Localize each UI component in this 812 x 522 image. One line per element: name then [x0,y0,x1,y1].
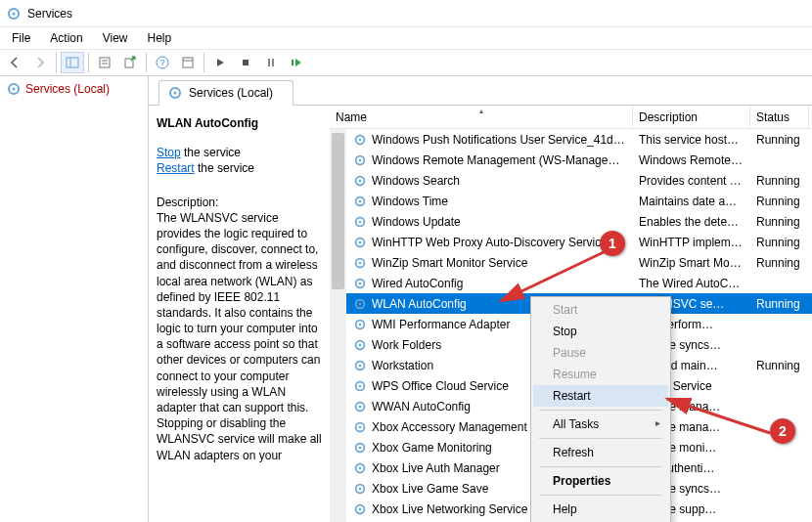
sort-indicator-icon: ▴ [479,107,483,115]
gear-icon [352,460,368,476]
back-button[interactable] [3,52,26,73]
service-row[interactable]: Windows Remote Management (WS-Managem…Wi… [346,150,812,170]
svg-point-17 [13,88,16,91]
service-name: Wired AutoConfig [372,277,463,290]
service-row[interactable]: WinZip Smart Monitor ServiceWinZip Smart… [346,252,812,273]
service-row[interactable]: Windows Push Notifications User Service_… [346,129,812,150]
gear-icon [352,399,368,414]
menu-action[interactable]: Action [40,29,92,47]
tab-strip: Services (Local) [149,76,812,106]
column-name[interactable]: Name ▴ [330,106,633,128]
service-row[interactable]: Wired AutoConfigThe Wired AutoC… [346,273,812,293]
service-row[interactable]: Windows SearchProvides content …Running [346,170,812,191]
menu-file[interactable]: File [2,29,40,47]
tab-services-local[interactable]: Services (Local) [158,80,293,106]
separator [539,410,662,411]
start-service-button[interactable] [208,52,232,73]
service-name: Windows Search [372,174,460,188]
service-description: WinHTTP implem… [633,236,750,249]
service-status: Running [750,195,809,208]
restart-service-button[interactable] [285,52,308,73]
separator [203,53,204,72]
svg-rect-15 [292,60,293,65]
service-name: WPS Office Cloud Service [372,379,509,393]
forward-button[interactable] [28,52,52,73]
service-row[interactable]: Windows TimeMaintains date a…Running [346,191,812,211]
menu-help[interactable]: Help [138,29,182,47]
stop-link[interactable]: Stop [157,146,181,159]
column-description[interactable]: Description [633,106,750,128]
gear-icon [352,337,368,353]
tree-item-label: Services (Local) [25,82,110,96]
services-list: Name ▴ Description Status Windows Push N… [330,106,812,522]
window-title: Services [27,7,72,21]
description-label: Description: [157,195,324,210]
service-description: This service hosts… [633,133,750,147]
service-name: Workstation [372,359,433,372]
show-hide-tree-button[interactable] [61,52,84,73]
menu-view[interactable]: View [93,29,138,47]
separator [539,438,662,439]
svg-point-35 [359,282,362,284]
export-button[interactable] [118,52,142,73]
column-status[interactable]: Status [750,106,809,128]
ctx-stop[interactable]: Stop [533,321,668,342]
ctx-restart[interactable]: Restart [533,385,668,407]
stop-service-button[interactable] [234,52,257,73]
svg-point-49 [359,425,362,428]
svg-point-43 [359,364,362,367]
toolbar: ? [0,49,812,76]
ctx-help[interactable]: Help [533,499,668,520]
gear-icon [352,419,368,435]
service-name: Xbox Live Game Save [372,482,488,496]
pause-service-button[interactable] [259,52,283,73]
ctx-pause: Pause [533,342,668,364]
service-row[interactable]: Windows UpdateEnables the detec…Running [346,211,812,232]
gear-icon [352,378,368,394]
annotation-marker-1: 1 [600,231,625,256]
svg-point-19 [174,92,177,95]
service-name: WLAN AutoConfig [372,297,467,311]
properties-button[interactable] [93,52,116,73]
help-button[interactable]: ? [151,52,174,73]
ctx-start: Start [533,299,668,321]
service-status: Running [750,359,809,372]
svg-rect-4 [100,58,110,67]
service-description: Windows Remote… [633,153,750,167]
separator [146,53,147,72]
gear-icon [352,317,368,332]
svg-rect-10 [183,58,193,67]
tree-item-services-local[interactable]: Services (Local) [0,78,148,100]
gear-icon [352,132,368,148]
service-row[interactable]: WinHTTP Web Proxy Auto-Discovery Service… [346,232,812,252]
service-description: Provides content … [633,174,750,188]
svg-point-39 [359,323,362,326]
vertical-scrollbar[interactable] [330,129,346,522]
svg-point-31 [359,240,362,243]
svg-point-53 [359,466,362,469]
gear-icon [352,173,368,189]
service-status: Running [750,215,809,229]
gear-icon [352,296,368,312]
svg-point-23 [359,158,362,161]
tab-label: Services (Local) [189,86,273,100]
ctx-all-tasks[interactable]: All Tasks [533,413,668,435]
svg-rect-2 [67,58,78,67]
restart-link[interactable]: Restart [157,161,195,175]
left-tree: Services (Local) [0,76,149,522]
scrollbar-thumb[interactable] [332,133,344,289]
annotation-marker-2: 2 [770,418,795,444]
gear-icon [352,440,368,456]
service-description: Enables the detec… [633,215,750,229]
svg-text:?: ? [159,58,164,67]
gear-icon [352,235,368,250]
service-name: Windows Push Notifications User Service_… [372,133,627,147]
refresh-button[interactable] [176,52,200,73]
service-name: Xbox Live Networking Service [372,502,527,516]
description-pane: WLAN AutoConfig Stop the service Restart… [149,106,330,522]
menu-bar: File Action View Help [0,27,812,49]
svg-point-1 [13,12,16,15]
ctx-refresh[interactable]: Refresh [533,442,668,463]
gear-icon [352,481,368,497]
ctx-properties[interactable]: Properties [533,470,668,492]
